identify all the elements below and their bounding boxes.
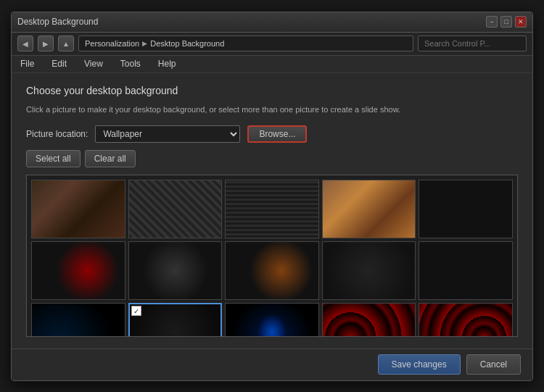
title-controls: − □ ✕ (486, 16, 527, 28)
close-button[interactable]: ✕ (515, 16, 527, 28)
location-label: Picture location: (26, 129, 88, 139)
menu-bar: File Edit View Tools Help (12, 56, 532, 73)
wallpaper-thumb[interactable] (31, 241, 125, 300)
title-bar: Desktop Background − □ ✕ (12, 12, 532, 33)
window-title: Desktop Background (17, 17, 98, 27)
page-heading: Choose your desktop background (26, 85, 518, 96)
path-segment-2: Desktop Background (150, 39, 224, 48)
address-path[interactable]: Personalization ▶ Desktop Background (78, 36, 413, 51)
path-arrow: ▶ (142, 40, 147, 47)
wallpaper-thumb[interactable] (31, 180, 125, 238)
wallpaper-thumb[interactable] (322, 180, 416, 238)
wallpaper-thumb[interactable] (225, 241, 319, 300)
wallpaper-thumb[interactable] (419, 241, 513, 300)
wallpaper-thumb[interactable] (225, 180, 319, 238)
up-button[interactable]: ▲ (58, 36, 74, 51)
maximize-button[interactable]: □ (500, 16, 512, 28)
save-changes-button[interactable]: Save changes (378, 354, 461, 375)
wallpaper-thumb[interactable] (419, 303, 513, 337)
desktop-background-window: Desktop Background − □ ✕ ◀ ▶ ▲ Personali… (11, 12, 533, 381)
back-button[interactable]: ◀ (17, 36, 33, 51)
select-all-button[interactable]: Select all (26, 150, 81, 167)
wallpaper-thumb[interactable] (419, 180, 513, 238)
wallpaper-thumb[interactable] (128, 241, 223, 300)
menu-view[interactable]: View (81, 58, 106, 70)
location-row: Picture location: Wallpaper Browse... (26, 125, 518, 143)
wallpaper-thumb[interactable] (322, 241, 416, 300)
menu-tools[interactable]: Tools (118, 58, 144, 70)
menu-edit[interactable]: Edit (49, 58, 70, 70)
clear-all-button[interactable]: Clear all (85, 150, 136, 167)
wallpaper-grid: ✓ (31, 180, 513, 337)
browse-button[interactable]: Browse... (247, 125, 307, 143)
action-row: Select all Clear all (26, 150, 518, 167)
path-segment-1: Personalization (85, 39, 139, 48)
wallpaper-check: ✓ (131, 306, 141, 316)
wallpaper-thumb[interactable] (225, 303, 319, 337)
address-bar: ◀ ▶ ▲ Personalization ▶ Desktop Backgrou… (12, 33, 532, 56)
wallpaper-thumb[interactable]: ✓ (128, 303, 223, 337)
wallpaper-thumb[interactable] (128, 180, 223, 238)
main-content: Choose your desktop background Click a p… (12, 73, 532, 349)
bottom-bar: Save changes Cancel (12, 349, 532, 380)
search-input[interactable] (418, 36, 527, 51)
menu-file[interactable]: File (17, 58, 37, 70)
wallpaper-thumb[interactable] (31, 303, 125, 337)
cancel-button[interactable]: Cancel (466, 354, 521, 375)
wallpaper-thumb[interactable] (322, 303, 416, 337)
menu-help[interactable]: Help (155, 58, 179, 70)
forward-button[interactable]: ▶ (38, 36, 54, 51)
minimize-button[interactable]: − (486, 16, 498, 28)
location-select[interactable]: Wallpaper (95, 125, 240, 143)
wallpaper-grid-container[interactable]: ✓ (26, 175, 518, 337)
page-subtext: Click a picture to make it your desktop … (26, 104, 518, 116)
